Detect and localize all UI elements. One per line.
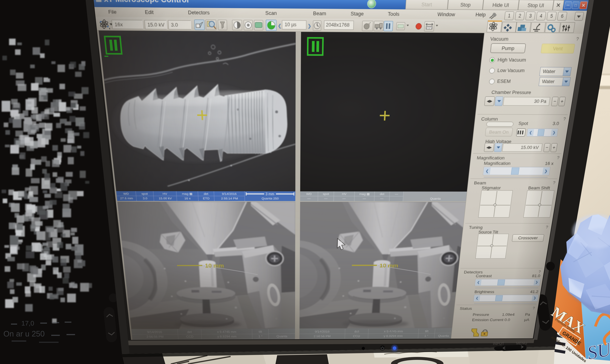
svg-text:On ar u 250: On ar u 250	[3, 329, 45, 338]
svg-text:INPUT: INPUT	[493, 341, 504, 346]
svg-text:MENU: MENU	[516, 341, 527, 345]
svg-text:17,0: 17,0	[21, 320, 34, 327]
